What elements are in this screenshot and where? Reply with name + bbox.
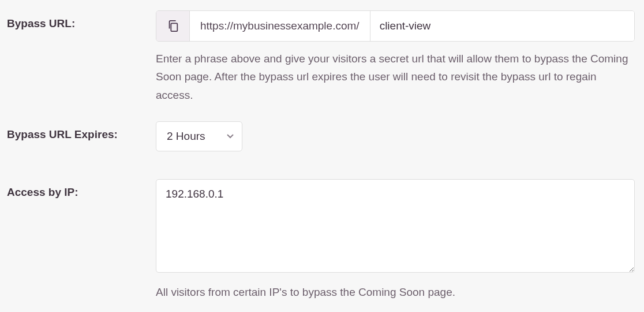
bypass-url-input-group: https://mybusinessexample.com/ (156, 10, 635, 42)
copy-icon (167, 19, 179, 33)
bypass-url-prefix: https://mybusinessexample.com/ (190, 11, 370, 41)
access-ip-field-col: All visitors from certain IP's to bypass… (156, 179, 635, 301)
access-ip-label: Access by IP: (7, 179, 156, 199)
copy-button[interactable] (156, 11, 190, 41)
svg-rect-0 (171, 23, 177, 31)
bypass-url-input[interactable] (370, 11, 634, 41)
bypass-url-label: Bypass URL: (7, 10, 156, 30)
bypass-expires-row: Bypass URL Expires: 2 Hours (7, 121, 637, 151)
access-ip-help: All visitors from certain IP's to bypass… (156, 283, 635, 301)
access-ip-row: Access by IP: All visitors from certain … (7, 179, 637, 301)
bypass-url-help: Enter a phrase above and give your visit… (156, 50, 635, 104)
bypass-expires-select[interactable]: 2 Hours (156, 121, 242, 151)
bypass-url-row: Bypass URL: https://mybusinessexample.co… (7, 10, 637, 104)
bypass-url-field-col: https://mybusinessexample.com/ Enter a p… (156, 10, 635, 104)
access-ip-textarea[interactable] (156, 179, 635, 273)
bypass-expires-value: 2 Hours (167, 130, 205, 143)
bypass-expires-field-col: 2 Hours (156, 121, 635, 151)
bypass-expires-label: Bypass URL Expires: (7, 121, 156, 141)
chevron-down-icon (227, 134, 234, 139)
